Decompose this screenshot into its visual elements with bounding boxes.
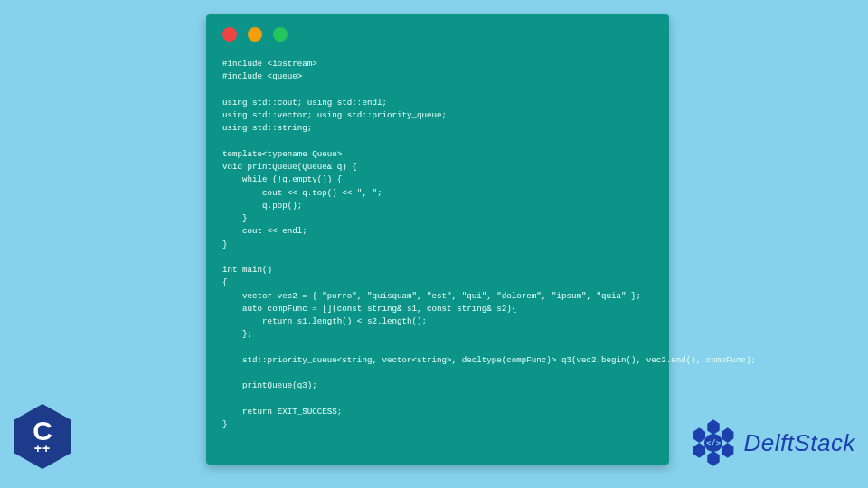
code-block: #include <iostream> #include <queue> usi… [222,58,653,431]
code-window: #include <iostream> #include <queue> usi… [206,14,669,465]
delftstack-logo-icon: </> [688,418,739,468]
hexagon-icon: C ++ [14,404,71,469]
minimize-icon [248,27,262,42]
cpp-suffix: ++ [34,441,51,455]
svg-marker-1 [721,427,732,443]
maximize-icon [273,27,288,42]
close-icon [222,27,237,42]
cpp-logo: C ++ [11,401,74,472]
traffic-lights [222,27,653,42]
svg-marker-5 [693,427,704,443]
brand: </> DelftStack [688,418,856,468]
svg-text:</>: </> [705,438,720,447]
brand-name: DelftStack [744,429,856,457]
svg-marker-2 [721,443,732,458]
svg-marker-4 [693,443,704,458]
svg-marker-3 [707,451,719,466]
svg-marker-0 [707,419,719,435]
